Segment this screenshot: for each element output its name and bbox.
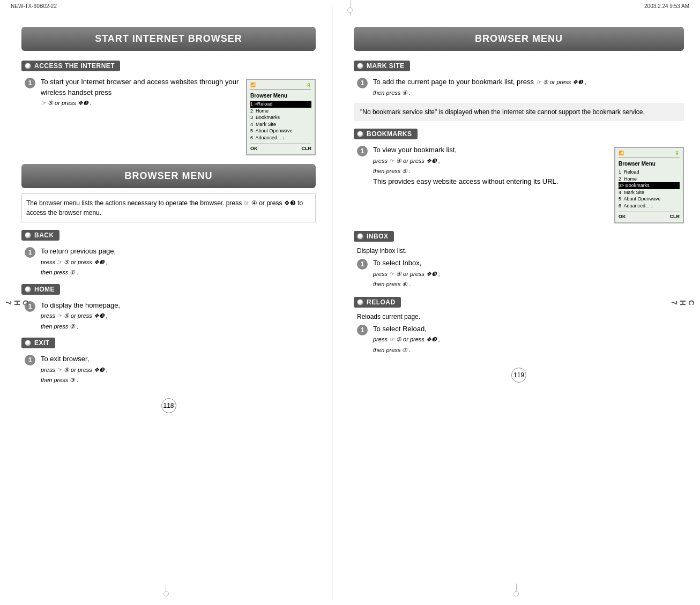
bookmarks-step-text: To view your bookmark list, xyxy=(373,146,457,154)
home-dot xyxy=(25,286,31,293)
phone-item-r4: 4 Mark Site xyxy=(619,189,680,196)
phone-item-r3: 3> Bookmarks xyxy=(619,182,680,189)
phone-title-right: Browser Menu xyxy=(619,160,680,168)
mark-site-step1: 1 To add the current page to your bookma… xyxy=(354,77,684,98)
mark-site-label: MARK SITE xyxy=(354,61,410,71)
inbox-dot xyxy=(357,233,363,240)
start-browser-banner: START INTERNET BROWSER xyxy=(21,27,316,51)
bookmarks-step1: 1 📶 🔋 Browser Menu 1 Reload 2 Home 3> Bo… xyxy=(354,145,684,223)
back-step1: 1 To return previous page, press ☞ ⑤ or … xyxy=(21,246,316,278)
ch-num-left: 7 xyxy=(4,301,13,305)
exit-label: EXIT xyxy=(21,338,55,348)
browser-menu-section-left: BROWSER MENU The browser menu lists the … xyxy=(21,164,316,385)
phone-item-r2: 2 Home xyxy=(619,176,680,183)
exit-step-content: To exit browser, press ☞ ⑤ or press ❖❸ ,… xyxy=(41,354,316,385)
reload-step-content: To select Reload, press ☞ ⑤ or press ❖❸ … xyxy=(373,324,684,355)
phone-screen-right: 📶 🔋 Browser Menu 1 Reload 2 Home 3> Book… xyxy=(614,147,684,223)
reload-step-keys2: then press ⑦ . xyxy=(373,347,411,353)
access-dot xyxy=(25,63,31,69)
exit-text: EXIT xyxy=(34,339,50,347)
bookmarks-label: BOOKMARKS xyxy=(354,129,418,139)
right-column: C H 7 BROWSER MENU MARK SITE 1 To add th… xyxy=(332,5,700,600)
back-step-content: To return previous page, press ☞ ⑤ or pr… xyxy=(41,246,316,278)
home-section: HOME 1 To display the homepage, press ☞ … xyxy=(21,284,316,332)
browser-menu-banner-right: BROWSER MENU xyxy=(354,27,684,51)
mark-site-dot xyxy=(357,63,363,69)
bookmarks-step-text2: This provides easy website access withou… xyxy=(373,177,558,185)
page-num-circle-right: 119 xyxy=(511,368,526,383)
exit-step-num: 1 xyxy=(25,355,35,365)
phone-item-6: 6 Aduanced... ↓ xyxy=(250,135,311,141)
browser-menu-desc-text: The browser menu lists the actions neces… xyxy=(26,199,303,216)
ch-text-right2: H xyxy=(679,300,687,305)
exit-step-keys: press ☞ ⑤ or press ❖❸ , xyxy=(41,367,108,373)
status-icons: 🔋 xyxy=(306,82,311,88)
mark-site-keys2: then press ④ . xyxy=(373,89,411,96)
phone-item-r5: 5 About Openwave xyxy=(619,196,680,203)
phone-title-left: Browser Menu xyxy=(250,92,311,100)
inbox-step-keys2: then press ⑥ . xyxy=(373,281,411,287)
back-section: BACK 1 To return previous page, press ☞ … xyxy=(21,230,316,278)
phone-footer-left: OK CLR xyxy=(250,144,311,153)
access-internet-text: ACCESS THE INTERNET xyxy=(34,62,115,70)
mark-site-note-text: "No bookmark service site" is displayed … xyxy=(360,108,645,116)
back-step-text: To return previous page, xyxy=(41,247,116,255)
phone-status-bar: 📶 🔋 xyxy=(250,82,311,90)
bookmarks-text: BOOKMARKS xyxy=(367,130,412,138)
ch-label-right: C H 7 xyxy=(670,300,696,305)
ok-label-r: OK xyxy=(619,213,626,221)
exit-step-keys2: then press ③ . xyxy=(41,377,79,383)
back-step-num: 1 xyxy=(25,247,35,258)
inbox-step-text: To select Inbox, xyxy=(373,259,421,267)
phone-screen-left: 📶 🔋 Browser Menu 1 >Reload 2 Home 3 Book… xyxy=(246,79,316,155)
bookmarks-step-keys2: then press ⑤ . xyxy=(373,168,411,174)
inbox-step-content: To select Inbox, press ☞ ⑤ or press ❖❸ ,… xyxy=(373,258,684,289)
access-internet-section: ACCESS THE INTERNET 1 📶 🔋 Browser Menu 1… xyxy=(21,61,316,155)
ch-text-right: C xyxy=(687,300,696,305)
bookmarks-step-content: 📶 🔋 Browser Menu 1 Reload 2 Home 3> Book… xyxy=(373,145,684,223)
step-num-1: 1 xyxy=(25,78,35,88)
bottom-crosshair-left xyxy=(163,584,169,600)
home-step-content: To display the homepage, press ☞ ⑤ or pr… xyxy=(41,300,316,332)
exit-step1: 1 To exit browser, press ☞ ⑤ or press ❖❸… xyxy=(21,354,316,385)
reload-step-keys: press ☞ ⑤ or press ❖❸ , xyxy=(373,336,440,342)
mark-site-section: MARK SITE 1 To add the current page to y… xyxy=(354,61,684,121)
phone-item-r6: 6 Aduanced... ↓ xyxy=(619,203,680,210)
home-step-text: To display the homepage, xyxy=(41,301,120,309)
back-label: BACK xyxy=(21,230,59,241)
status-icons-r: 🔋 xyxy=(674,150,680,156)
ch-num-right: 7 xyxy=(670,301,679,305)
home-label: HOME xyxy=(21,284,60,295)
bookmarks-step-num: 1 xyxy=(357,146,368,156)
page-num-right: 119 xyxy=(354,365,684,385)
bookmarks-dot xyxy=(357,131,363,137)
reload-label: RELOAD xyxy=(354,297,401,308)
home-step1: 1 To display the homepage, press ☞ ⑤ or … xyxy=(21,300,316,332)
step1-keys: ☞ ⑤ or press ❖❸ . xyxy=(41,100,92,106)
page-num-circle-left: 118 xyxy=(161,398,176,413)
back-step-keys: press ☞ ⑤ or press ❖❸ , xyxy=(41,259,108,265)
left-column: C H 7 START INTERNET BROWSER ACCESS THE … xyxy=(0,5,332,600)
home-text: HOME xyxy=(34,286,55,293)
browser-menu-banner-left: BROWSER MENU xyxy=(21,164,316,188)
reload-desc: Reloads current page. xyxy=(354,313,684,320)
phone-item-4: 4 Mark Site xyxy=(250,121,311,128)
ch-label-left: C H 7 xyxy=(4,300,30,305)
bookmarks-step-keys: press ☞ ⑤ or press ❖❸ , xyxy=(373,158,440,164)
mark-site-note: "No bookmark service site" is displayed … xyxy=(354,103,684,121)
mark-site-step-text: To add the current page to your bookmark… xyxy=(373,78,536,86)
mark-site-step-num: 1 xyxy=(357,78,368,88)
reload-section: RELOAD Reloads current page. 1 To select… xyxy=(354,297,684,355)
back-step-keys2: then press ① . xyxy=(41,269,79,275)
step1-text: To start your Internet browser and acces… xyxy=(41,78,239,96)
signal-icon: 📶 xyxy=(250,82,256,88)
access-internet-label: ACCESS THE INTERNET xyxy=(21,61,120,71)
page-num-left: 118 xyxy=(21,396,316,415)
inbox-step-keys: press ☞ ⑤ or press ❖❸ , xyxy=(373,271,440,277)
bookmarks-section: BOOKMARKS 1 📶 🔋 Browser Menu 1 Reload 2 … xyxy=(354,129,684,223)
phone-status-bar-right: 📶 🔋 xyxy=(619,150,680,158)
phone-item-2: 2 Home xyxy=(250,108,311,115)
browser-menu-desc: The browser menu lists the actions neces… xyxy=(21,193,316,222)
exit-step-text: To exit browser, xyxy=(41,355,89,363)
back-text: BACK xyxy=(34,231,54,239)
